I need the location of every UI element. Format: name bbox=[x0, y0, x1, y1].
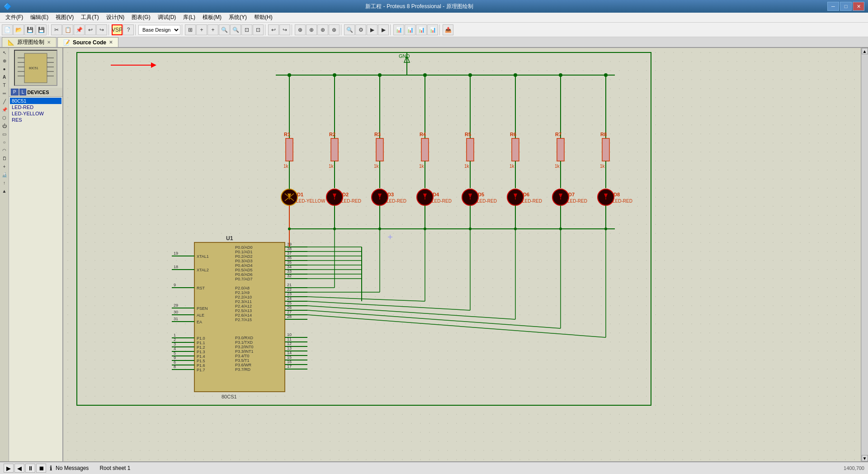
tb-save[interactable]: 💾 bbox=[24, 24, 35, 35]
tb-search[interactable]: 🔍 bbox=[344, 24, 355, 35]
tb-redo[interactable]: ↪ bbox=[96, 24, 107, 35]
tb-grid[interactable]: ⊞ bbox=[185, 24, 196, 35]
svg-text:29: 29 bbox=[174, 303, 178, 308]
menu-debug[interactable]: 调试(D) bbox=[154, 13, 180, 22]
svg-text:LED-RED: LED-RED bbox=[522, 199, 542, 204]
tb-new[interactable]: 📄 bbox=[2, 24, 13, 35]
svg-point-268 bbox=[559, 228, 562, 230]
svg-text:R7: R7 bbox=[555, 132, 561, 137]
tool-symbol[interactable]: + bbox=[1, 163, 8, 170]
tool-select[interactable]: ↖ bbox=[1, 49, 8, 56]
canvas-area[interactable]: GND bbox=[63, 48, 861, 461]
pause-button[interactable]: ⏸ bbox=[25, 464, 35, 473]
svg-text:1k: 1k bbox=[600, 164, 605, 169]
tab-schematic[interactable]: 📐 原理图绘制 ✕ bbox=[2, 37, 57, 47]
tb-undo2[interactable]: ↩ bbox=[268, 24, 279, 35]
tb-vsp[interactable]: VSP bbox=[112, 24, 123, 35]
tool-bus[interactable]: ═ bbox=[1, 90, 8, 97]
menu-tools[interactable]: 工具(T) bbox=[77, 13, 102, 22]
device-p-button[interactable]: P bbox=[11, 89, 19, 95]
tool-textbox[interactable]: 🗒 bbox=[1, 155, 8, 162]
rewind-button[interactable]: ◀ bbox=[14, 464, 24, 473]
tb-cross[interactable]: + bbox=[196, 24, 207, 35]
tb-open[interactable]: 📂 bbox=[13, 24, 24, 35]
tool-power[interactable]: ⏻ bbox=[1, 122, 8, 129]
title-bar: 🔷 新工程 - Proteus 8 Professional - 原理图绘制 ─… bbox=[0, 0, 868, 13]
menu-library[interactable]: 库(L) bbox=[179, 13, 199, 22]
tb-netlist4[interactable]: 📊 bbox=[427, 24, 438, 35]
tb-comp3[interactable]: ⊕ bbox=[317, 24, 328, 35]
device-res[interactable]: RES bbox=[10, 117, 61, 123]
tb-export[interactable]: 📤 bbox=[443, 24, 453, 35]
tool-port[interactable]: ⬡ bbox=[1, 114, 8, 121]
tb-redo2[interactable]: ↪ bbox=[279, 24, 290, 35]
menu-edit[interactable]: 编辑(E) bbox=[27, 13, 52, 22]
tb-zoom-in[interactable]: 🔍 bbox=[219, 24, 230, 35]
tab-source-code[interactable]: 📝 Source Code ✕ bbox=[57, 37, 118, 47]
tool-up[interactable]: ▲ bbox=[1, 187, 8, 194]
tb-props[interactable]: ⚙ bbox=[355, 24, 366, 35]
scroll-up-button[interactable]: ▲ bbox=[862, 48, 868, 54]
tb-cut[interactable]: ✂ bbox=[51, 24, 62, 35]
tool-label[interactable]: A bbox=[1, 73, 8, 81]
menu-graph[interactable]: 图表(G) bbox=[128, 13, 154, 22]
tb-undo[interactable]: ↩ bbox=[85, 24, 96, 35]
play-button[interactable]: ▶ bbox=[4, 464, 14, 473]
tb-netlist3[interactable]: 📊 bbox=[416, 24, 427, 35]
tb-help2[interactable]: ? bbox=[123, 24, 134, 35]
svg-text:15: 15 bbox=[287, 355, 292, 360]
tb-copy[interactable]: 📋 bbox=[62, 24, 73, 35]
device-led-red[interactable]: LED-RED bbox=[10, 104, 61, 110]
tb-run[interactable]: ▶ bbox=[367, 24, 377, 35]
menu-design[interactable]: 设计(N) bbox=[103, 13, 128, 22]
svg-text:LED-RED: LED-RED bbox=[477, 199, 497, 204]
menu-system[interactable]: 系统(Y) bbox=[225, 13, 250, 22]
svg-text:R6: R6 bbox=[510, 132, 516, 137]
tb-comp2[interactable]: ⊕ bbox=[306, 24, 317, 35]
tool-box[interactable]: ▭ bbox=[1, 130, 8, 137]
tool-pin[interactable]: 📌 bbox=[1, 106, 8, 113]
svg-text:P3.0/RXD: P3.0/RXD bbox=[235, 336, 254, 340]
tb-zoom-out[interactable]: 🔍 bbox=[230, 24, 241, 35]
tb-design-dropdown[interactable]: Base Design bbox=[138, 25, 180, 35]
tb-netlist[interactable]: 📊 bbox=[393, 24, 404, 35]
tab-schematic-close[interactable]: ✕ bbox=[47, 40, 51, 45]
tb-cross2[interactable]: + bbox=[208, 24, 218, 35]
tb-run2[interactable]: ▶ bbox=[378, 24, 389, 35]
svg-text:U1: U1 bbox=[226, 235, 233, 242]
menu-view[interactable]: 视图(V) bbox=[52, 13, 77, 22]
tb-save-all[interactable]: 💾 bbox=[36, 24, 47, 35]
svg-text:36: 36 bbox=[287, 256, 292, 260]
tool-junction[interactable]: ● bbox=[1, 65, 8, 72]
svg-text:21: 21 bbox=[287, 283, 292, 287]
tool-component[interactable]: ⊕ bbox=[1, 57, 8, 64]
stop-button[interactable]: ⏹ bbox=[36, 464, 46, 473]
svg-point-27 bbox=[288, 73, 291, 77]
tb-zoom-area[interactable]: ⊡ bbox=[253, 24, 264, 35]
tool-wire[interactable]: ╱ bbox=[1, 98, 8, 105]
device-80c51[interactable]: 80C51 bbox=[10, 98, 61, 104]
menu-template[interactable]: 模板(M) bbox=[199, 13, 225, 22]
minimize-button[interactable]: ─ bbox=[827, 2, 839, 11]
tb-comp4[interactable]: ⊕ bbox=[329, 24, 340, 35]
device-l-button[interactable]: L bbox=[19, 89, 27, 95]
right-scrollbar[interactable]: ▲ ▼ bbox=[861, 48, 868, 461]
svg-text:LED-RED: LED-RED bbox=[387, 199, 406, 204]
scroll-down-button[interactable]: ▼ bbox=[862, 455, 868, 461]
tb-paste[interactable]: 📌 bbox=[74, 24, 85, 35]
tb-zoom-fit[interactable]: ⊡ bbox=[241, 24, 252, 35]
tb-netlist2[interactable]: 📊 bbox=[405, 24, 415, 35]
tool-marker[interactable]: ↑ bbox=[1, 179, 8, 186]
tool-probe[interactable]: 🔬 bbox=[1, 171, 8, 178]
maximize-button[interactable]: □ bbox=[840, 2, 852, 11]
menu-help[interactable]: 帮助(H) bbox=[250, 13, 276, 22]
device-led-yellow[interactable]: LED-YELLOW bbox=[10, 110, 61, 117]
tool-circle[interactable]: ○ bbox=[1, 138, 8, 146]
menu-file[interactable]: 文件(F) bbox=[2, 13, 27, 22]
preview-svg: 80C51 bbox=[15, 51, 56, 85]
tool-text[interactable]: T bbox=[1, 81, 8, 89]
close-button[interactable]: ✕ bbox=[853, 2, 864, 11]
tool-arc[interactable]: ◠ bbox=[1, 147, 8, 154]
tb-comp1[interactable]: ⊕ bbox=[295, 24, 306, 35]
tab-source-code-close[interactable]: ✕ bbox=[109, 40, 113, 45]
